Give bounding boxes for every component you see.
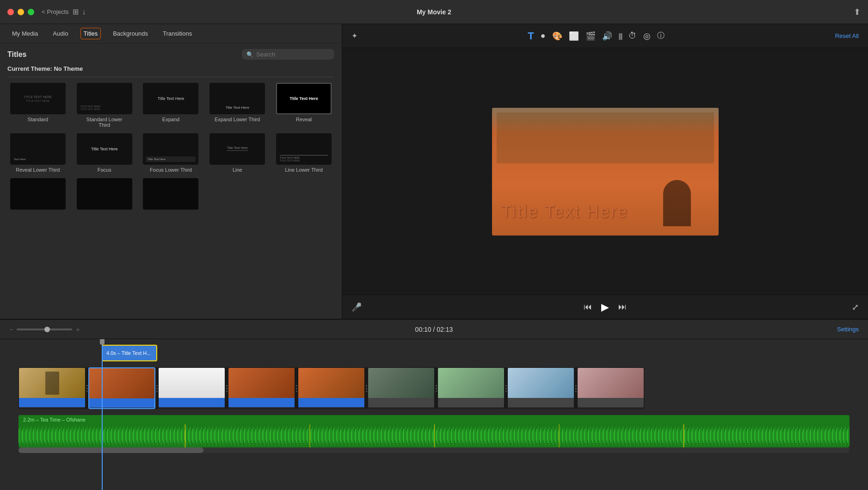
title-item-row3-2[interactable] <box>74 178 135 212</box>
title-clip[interactable]: 4.0s – Title Text H... <box>102 345 157 361</box>
minimize-button[interactable] <box>18 9 24 15</box>
title-item-focus-lower[interactable]: Title Text Here Focus Lower Third <box>141 133 202 173</box>
title-thumb-row3-1 <box>10 178 66 210</box>
share-button[interactable]: ⬆ <box>854 7 861 17</box>
time-current: 00:10 <box>415 326 431 333</box>
timeline-scrollbar[interactable] <box>18 447 850 453</box>
toolbar-left: ✦ <box>351 31 357 40</box>
clip-blue-bar-4 <box>228 398 295 407</box>
fullscreen-button[interactable]: ⤢ <box>852 302 859 312</box>
tab-backgrounds[interactable]: Backgrounds <box>110 28 151 39</box>
crop-toolbar-icon[interactable]: ⬜ <box>569 31 579 41</box>
reset-all-button[interactable]: Reset All <box>835 32 859 39</box>
time-separator: / <box>433 326 437 333</box>
tab-audio[interactable]: Audio <box>50 28 71 39</box>
zoom-slider[interactable] <box>17 329 72 330</box>
title-toolbar-icon[interactable]: T <box>528 30 534 42</box>
title-thumb-expand-lower: Title Text Here <box>209 83 265 114</box>
settings-button[interactable]: Settings <box>837 326 859 333</box>
title-name-expand: Expand <box>162 117 179 122</box>
clip-thumbnail-2 <box>89 368 154 398</box>
titles-grid: TITLE TEXT HERE TITLE TEXT HERE Standard… <box>7 83 334 212</box>
svg-rect-8 <box>683 424 684 447</box>
volume-toolbar-icon[interactable]: 🔊 <box>602 31 612 41</box>
title-item-row3-3[interactable] <box>141 178 202 212</box>
title-name-reveal: Reveal <box>296 117 312 122</box>
svg-rect-6 <box>434 424 435 447</box>
toolbar-right: Reset All <box>835 32 859 39</box>
video-clip-2[interactable] <box>88 367 155 409</box>
title-thumb-row3-3 <box>143 178 198 210</box>
audio-track[interactable]: 2.2m – Tea Time – Ofshane <box>18 415 850 447</box>
title-name-focus: Focus <box>98 167 111 173</box>
skip-back-button[interactable]: ⏮ <box>584 302 592 312</box>
filter-toolbar-icon[interactable]: ◎ <box>643 31 651 41</box>
title-name-reveal-lower: Reveal Lower Third <box>16 167 60 173</box>
maximize-button[interactable] <box>28 9 34 15</box>
title-item-expand-lower[interactable]: Title Text Here Expand Lower Third <box>207 83 268 128</box>
down-button[interactable]: ↓ <box>82 8 86 16</box>
playback-controls: 🎤 ⏮ ▶ ⏭ ⤢ <box>342 295 868 319</box>
video-clip-8[interactable] <box>507 367 574 409</box>
window-title: My Movie 2 <box>417 8 451 16</box>
info-toolbar-icon[interactable]: ⓘ <box>657 31 665 41</box>
svg-rect-4 <box>185 424 185 447</box>
title-thumb-focus: Title Text Here <box>77 133 132 165</box>
video-clip-5[interactable] <box>298 367 365 409</box>
tab-transitions[interactable]: Transitions <box>160 28 195 39</box>
speed-toolbar-icon[interactable]: ⏱ <box>628 31 637 41</box>
titles-panel: Titles 🔍 Current Theme: No Theme TITLE T… <box>0 43 342 319</box>
clip-thumbnail-4 <box>228 368 295 398</box>
svg-rect-7 <box>559 424 560 447</box>
close-button[interactable] <box>7 9 14 15</box>
zoom-controls: − + <box>9 326 80 333</box>
back-button[interactable]: Projects <box>42 8 69 15</box>
toolbar: ✦ T ● 🎨 ⬜ 🎬 🔊 ||| ⏱ ◎ ⓘ Reset All <box>342 24 868 48</box>
bottom-section: − + 00:10 / 02:13 Settings 4.0s – Title … <box>0 319 868 490</box>
title-item-line[interactable]: Title Text Here Line <box>207 133 268 173</box>
title-item-standard-lower[interactable]: TITLE TEXT HERE TITLE TEXT HERE Standard… <box>74 83 135 128</box>
title-item-row3-1[interactable] <box>7 178 68 212</box>
video-clip-7[interactable] <box>437 367 505 409</box>
title-clip-label: 4.0s – Title Text H... <box>106 350 151 356</box>
video-clip-3[interactable] <box>158 367 225 409</box>
title-item-expand[interactable]: Title Text Here Expand <box>141 83 202 128</box>
title-item-focus[interactable]: Title Text Here Focus <box>74 133 135 173</box>
skip-forward-button[interactable]: ⏭ <box>618 302 627 312</box>
title-item-standard[interactable]: TITLE TEXT HERE TITLE TEXT HERE Standard <box>7 83 68 128</box>
title-name-standard-lower: Standard LowerThird <box>86 117 123 128</box>
tab-titles[interactable]: Titles <box>80 28 101 39</box>
bars-toolbar-icon[interactable]: ||| <box>619 32 622 40</box>
camera-toolbar-icon[interactable]: 🎬 <box>585 31 596 41</box>
clip-thumbnail-6 <box>368 368 434 398</box>
palette-toolbar-icon[interactable]: 🎨 <box>552 31 562 41</box>
title-thumb-focus-lower: Title Text Here <box>143 133 198 165</box>
style-toolbar-icon[interactable]: ● <box>541 31 546 41</box>
microphone-button[interactable]: 🎤 <box>351 302 362 312</box>
video-clip-4[interactable] <box>228 367 295 409</box>
title-item-line-lower[interactable]: TITLE TEXT HERE TITLE TEXT HERE Line Low… <box>273 133 334 173</box>
title-name-line: Line <box>233 167 242 173</box>
video-clip-6[interactable] <box>368 367 435 409</box>
left-panel: My Media Audio Titles Backgrounds Transi… <box>0 24 342 319</box>
play-button[interactable]: ▶ <box>601 301 609 313</box>
timeline-toolbar: − + 00:10 / 02:13 Settings <box>0 320 868 339</box>
tab-my-media[interactable]: My Media <box>9 28 41 39</box>
title-name-focus-lower: Focus Lower Third <box>150 167 192 173</box>
scroll-thumb[interactable] <box>18 447 203 453</box>
clip-blue-bar-2 <box>89 398 154 408</box>
title-name-line-lower: Line Lower Third <box>285 167 323 173</box>
title-item-reveal[interactable]: Title Text Here Reveal <box>273 83 334 128</box>
right-panel: ✦ T ● 🎨 ⬜ 🎬 🔊 ||| ⏱ ◎ ⓘ Reset All <box>342 24 868 319</box>
title-item-reveal-lower[interactable]: Text Here Reveal Lower Third <box>7 133 68 173</box>
titles-label: Titles <box>7 50 27 59</box>
clip-bar-8 <box>508 398 574 407</box>
titles-header: Titles 🔍 <box>7 49 334 60</box>
traffic-lights <box>7 9 34 15</box>
search-input[interactable] <box>256 51 321 58</box>
video-clip-1[interactable] <box>18 367 86 409</box>
import-button[interactable]: ⊞ <box>73 7 79 16</box>
video-clip-9[interactable] <box>577 367 644 409</box>
title-thumb-row3-2 <box>77 178 132 210</box>
clip-bar-7 <box>438 398 504 407</box>
